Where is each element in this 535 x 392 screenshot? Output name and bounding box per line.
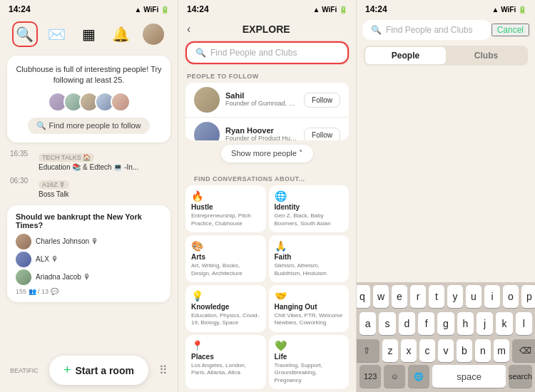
- arts-title: Arts: [191, 253, 260, 261]
- keyboard: q w e r t y u i o p a s d f g h j k l ⇧ …: [357, 282, 535, 392]
- life-tags: Traveling, Support, Groundbreaking, Preg…: [275, 362, 344, 384]
- key-l[interactable]: l: [516, 312, 532, 335]
- key-v[interactable]: v: [438, 339, 454, 362]
- status-bar-2: 14:24 ▲ WiFi 🔋: [178, 0, 356, 17]
- convo-places[interactable]: 📍 Places Los Angeles, London, Paris, Atl…: [185, 335, 266, 389]
- globe-key[interactable]: 🌐: [408, 365, 429, 388]
- space-key[interactable]: space: [432, 365, 506, 388]
- person-name-sahil: Sahil: [225, 91, 298, 100]
- user-avatar: [143, 24, 164, 45]
- keyboard-row-2: a s d f g h j k l: [357, 309, 535, 336]
- key-u[interactable]: u: [466, 285, 482, 308]
- key-o[interactable]: o: [503, 285, 519, 308]
- identity-tags: Gen Z, Black, Baby Boomers, South Asian: [275, 212, 344, 227]
- key-w[interactable]: w: [373, 285, 389, 308]
- person-item-sahil[interactable]: Sahil Founder of Gumroad, Clubhouse user…: [185, 83, 349, 118]
- explore-title: EXPLORE: [196, 24, 347, 35]
- key-d[interactable]: d: [399, 312, 415, 335]
- schedule-info-1: TECH TALKS 🏠 Education 📚 & Edtech 💻 -In.…: [39, 150, 138, 171]
- person-name-ryan: Ryan Hoover: [225, 126, 298, 135]
- explore-search-bar[interactable]: 🔍 Find People and Clubs: [185, 41, 349, 64]
- shift-key[interactable]: ⇧: [357, 339, 379, 362]
- convo-identity[interactable]: 🌐 Identity Gen Z, Black, Baby Boomers, S…: [269, 185, 350, 232]
- keyboard-row-3: ⇧ z x c v b n m ⌫: [357, 336, 535, 363]
- key-m[interactable]: m: [494, 339, 509, 362]
- key-q[interactable]: q: [357, 285, 370, 308]
- status-icons-1: ▲ WiFi 🔋: [135, 6, 169, 14]
- bell-icon[interactable]: 🔔: [108, 21, 134, 47]
- people-section-label: PEOPLE TO FOLLOW: [178, 67, 356, 83]
- key-j[interactable]: j: [477, 312, 493, 335]
- room-card[interactable]: Should we bankrupt the New York Times? C…: [7, 205, 170, 302]
- room-person-2: ALX 🎙: [16, 252, 162, 267]
- key-r[interactable]: r: [410, 285, 426, 308]
- room-stats: 155 👥 / 13 💬: [16, 288, 162, 295]
- cancel-button[interactable]: Cancel: [491, 24, 529, 36]
- convo-life[interactable]: 💚 Life Traveling, Support, Groundbreakin…: [269, 335, 350, 389]
- promo-avatar-5: [111, 92, 131, 112]
- person-avatar-sahil: [194, 87, 220, 113]
- convo-hustle[interactable]: 🔥 Hustle Entrepreneurship, Pitch Practic…: [185, 185, 266, 232]
- avatar-icon[interactable]: [141, 21, 166, 47]
- delete-key[interactable]: ⌫: [512, 339, 535, 362]
- time-3: 14:24: [365, 4, 387, 14]
- person-avatar-ryan: [194, 122, 220, 140]
- key-n[interactable]: n: [475, 339, 491, 362]
- start-room-button[interactable]: + Start a room: [49, 356, 148, 385]
- places-emoji: 📍: [191, 340, 260, 351]
- status-bar-1: 14:24 ▲ WiFi 🔋: [0, 0, 178, 17]
- key-x[interactable]: x: [401, 339, 417, 362]
- key-g[interactable]: g: [437, 312, 454, 335]
- search-bar-top[interactable]: 🔍 Find People and Clubs: [362, 20, 491, 40]
- room-person-name-1: Charles Johnson 🎙: [36, 237, 98, 245]
- key-s[interactable]: s: [379, 312, 395, 335]
- start-room-label: Start a room: [75, 365, 133, 376]
- key-k[interactable]: k: [496, 312, 512, 335]
- person-item-ryan[interactable]: Ryan Hoover Founder of Product Hunt. Inv…: [185, 118, 349, 140]
- tab-clubs[interactable]: Clubs: [446, 47, 526, 64]
- people-list: Sahil Founder of Gumroad, Clubhouse user…: [185, 83, 349, 140]
- key-c[interactable]: c: [419, 339, 435, 362]
- follow-button-ryan[interactable]: Follow: [304, 128, 340, 141]
- status-icons-3: ▲ WiFi 🔋: [492, 6, 526, 14]
- search-nav-icon[interactable]: 🔍: [12, 21, 38, 47]
- key-e[interactable]: e: [392, 285, 407, 308]
- schedule-tag-1: TECH TALKS 🏠: [39, 153, 94, 162]
- back-arrow[interactable]: ‹: [187, 23, 190, 36]
- key-y[interactable]: y: [447, 285, 463, 308]
- faith-emoji: 🙏: [275, 240, 344, 252]
- status-bar-3: 14:24 ▲ WiFi 🔋: [357, 0, 535, 17]
- convo-faith[interactable]: 🙏 Faith Sikhism, Atheism, Buddhism, Hind…: [269, 235, 350, 282]
- key-f[interactable]: f: [418, 312, 434, 335]
- search-placeholder-top: Find People and Clubs: [386, 25, 472, 35]
- convo-hanging-out[interactable]: 🤝 Hanging Out Chill Vibes, PTR, Welcome …: [269, 285, 350, 332]
- envelope-icon[interactable]: ✉️: [44, 21, 70, 47]
- person-info-ryan: Ryan Hoover Founder of Product Hunt. Inv…: [225, 126, 298, 140]
- key-h[interactable]: h: [457, 312, 474, 335]
- knowledge-title: Knowledge: [191, 303, 260, 311]
- convo-knowledge[interactable]: 💡 Knowledge Education, Physics, Covid-19…: [185, 285, 266, 332]
- arts-emoji: 🎨: [191, 240, 260, 252]
- key-b[interactable]: b: [457, 339, 472, 362]
- time-2: 14:24: [187, 4, 209, 14]
- follow-button-sahil[interactable]: Follow: [304, 93, 340, 108]
- key-i[interactable]: i: [484, 285, 500, 308]
- key-p[interactable]: p: [521, 285, 535, 308]
- life-title: Life: [275, 353, 344, 361]
- num-key[interactable]: 123: [360, 365, 381, 388]
- search-icon-top: 🔍: [371, 25, 382, 35]
- key-z[interactable]: z: [382, 339, 398, 362]
- key-t[interactable]: t: [429, 285, 444, 308]
- person-desc-ryan: Founder of Product Hunt. Investing at We…: [225, 135, 298, 140]
- dots-icon[interactable]: ⠿: [159, 363, 168, 377]
- show-more-button[interactable]: Show more people ˅: [221, 145, 313, 163]
- calendar-icon[interactable]: ▦: [76, 21, 102, 47]
- find-more-button[interactable]: 🔍 Find more people to follow: [28, 118, 149, 134]
- convo-arts[interactable]: 🎨 Arts Art, Writing, Books, Design, Arch…: [185, 235, 266, 282]
- emoji-key[interactable]: ☺: [384, 365, 405, 388]
- room-person-1: Charles Johnson 🎙: [16, 234, 162, 249]
- room-avatar-2: [16, 252, 31, 267]
- tab-people[interactable]: People: [365, 47, 446, 64]
- search-key[interactable]: search: [509, 365, 532, 388]
- key-a[interactable]: a: [360, 312, 376, 335]
